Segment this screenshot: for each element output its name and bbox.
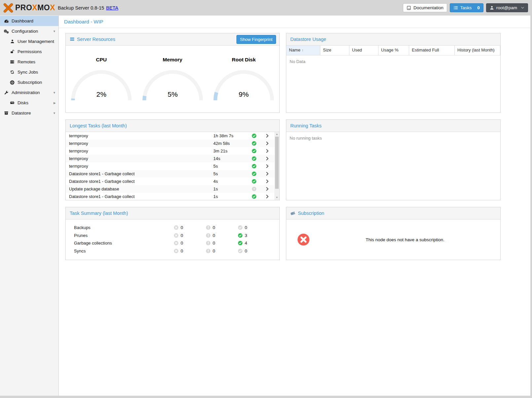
documentation-label: Documentation [413, 5, 443, 10]
task-status-ok-icon [248, 156, 260, 161]
content-header: Dashboard - WIP [59, 16, 532, 28]
task-row[interactable]: Datastore store1 - Garbage collect5s [66, 170, 274, 178]
gauge-memory: Memory5% [137, 57, 208, 103]
task-open-chevron-icon[interactable] [260, 194, 274, 199]
task-row[interactable]: termproxy1h 38m 7s [66, 132, 274, 140]
summary-count: 0 [245, 249, 247, 253]
sidebar-item-administration[interactable]: Administration▼ [0, 87, 58, 98]
summary-count: 4 [245, 241, 247, 246]
sidebar-item-user-management[interactable]: User Management [0, 36, 58, 47]
summary-count: 0 [181, 225, 183, 230]
task-status-ok-icon [248, 164, 260, 169]
panel-datastore-usage: Datastore Usage Name↑SizeUsedUsage %Esti… [286, 33, 501, 113]
task-open-chevron-icon[interactable] [260, 186, 274, 191]
book-icon [407, 6, 411, 10]
task-row[interactable]: Datastore store1 - Garbage collect1s [66, 193, 274, 200]
task-open-chevron-icon[interactable] [260, 179, 274, 184]
window-edge-bottom [0, 396, 532, 398]
error-circle-icon [174, 225, 179, 230]
scrollbar[interactable]: ▲ ▼ [274, 132, 279, 200]
summary-label: Syncs [66, 249, 174, 253]
tasks-button[interactable]: Tasks 0 [450, 3, 483, 12]
proxmox-logo: PROXMOX [3, 3, 55, 13]
panel-server-resources: Server Resources Show Fingerprint CPU2%M… [65, 33, 280, 113]
sidebar-item-label: Remotes [18, 59, 35, 64]
sidebar-item-label: Sync Jobs [18, 70, 38, 75]
sidebar-item-remotes[interactable]: Remotes [0, 57, 58, 67]
ticket-icon [290, 211, 296, 216]
tachometer-icon [3, 19, 9, 23]
page-title: Dashboard - WIP [64, 19, 103, 25]
documentation-button[interactable]: Documentation [403, 3, 447, 12]
error-circle-icon [174, 241, 179, 246]
sidebar-item-subscription[interactable]: Subscription [0, 77, 58, 87]
summary-label: Garbage collections [66, 241, 174, 246]
task-open-chevron-icon[interactable] [260, 141, 274, 146]
gears-icon [3, 29, 9, 34]
scrollbar-thumb[interactable] [275, 137, 279, 189]
caret-down-icon[interactable]: ▼ [53, 30, 56, 33]
task-open-chevron-icon[interactable] [260, 149, 274, 153]
caret-down-icon[interactable]: ▼ [53, 91, 56, 94]
summary-cell-error: 0 [174, 241, 206, 246]
task-row[interactable]: termproxy14s [66, 155, 274, 162]
gauge-root-disk: Root Disk9% [208, 57, 279, 103]
show-fingerprint-button[interactable]: Show Fingerprint [236, 35, 276, 44]
column-header-estimated-full[interactable]: Estimated Full [409, 46, 455, 55]
task-row[interactable]: termproxy42m 58s [66, 140, 274, 147]
task-row[interactable]: termproxy3m 21s [66, 147, 274, 155]
summary-cell-ok: 0 [238, 249, 270, 253]
sidebar-item-dashboard[interactable]: Dashboard [0, 16, 58, 26]
running-tasks-empty: No running tasks [286, 132, 500, 144]
summary-row-garbage-collections: Garbage collections004 [66, 239, 279, 247]
ok-circle-icon [238, 241, 243, 246]
task-status-ok-icon [248, 194, 260, 199]
task-open-chevron-icon[interactable] [260, 133, 274, 138]
task-row[interactable]: termproxy5s [66, 162, 274, 170]
task-status-ok-icon [248, 149, 260, 153]
task-open-chevron-icon[interactable] [260, 156, 274, 161]
datastore-usage-header-row: Name↑SizeUsedUsage %Estimated FullHistor… [286, 46, 500, 55]
panel-task-summary: Task Summary (last Month) Backups000Prun… [65, 207, 280, 260]
sidebar-item-datastore[interactable]: Datastore▼ [0, 108, 58, 118]
task-duration: 14s [213, 156, 248, 161]
task-list-icon [453, 6, 458, 10]
task-duration: 42m 58s [213, 141, 248, 146]
task-duration: 3m 21s [213, 149, 248, 153]
caret-right-icon[interactable]: ▶ [53, 101, 56, 105]
column-header-used[interactable]: Used [349, 46, 378, 55]
gauge-cpu: CPU2% [66, 57, 137, 103]
window-edge-right [530, 0, 532, 398]
sidebar-item-disks[interactable]: Disks▶ [0, 98, 58, 108]
error-circle-icon [174, 233, 179, 238]
caret-down-icon[interactable]: ▼ [53, 112, 56, 115]
column-header-history-last-month-[interactable]: History (last Month) [455, 46, 500, 55]
sidebar-item-label: User Management [18, 39, 54, 44]
sort-asc-icon: ↑ [302, 48, 304, 52]
scroll-down-arrow[interactable]: ▼ [274, 196, 279, 200]
task-row[interactable]: Update package database1s? [66, 185, 274, 193]
task-open-chevron-icon[interactable] [260, 171, 274, 176]
summary-count: 3 [245, 233, 247, 238]
beta-link[interactable]: BETA [106, 5, 118, 11]
column-header-usage-[interactable]: Usage % [378, 46, 409, 55]
task-open-chevron-icon[interactable] [260, 164, 274, 169]
task-row[interactable]: Datastore store1 - Garbage collect4s [66, 178, 274, 185]
summary-label: Backups [66, 225, 174, 230]
sidebar-item-configuration[interactable]: Configuration▼ [0, 26, 58, 36]
summary-count: 0 [213, 233, 215, 238]
summary-cell-error: 0 [174, 249, 206, 253]
scroll-up-arrow[interactable]: ▲ [274, 132, 279, 136]
sidebar-item-sync-jobs[interactable]: Sync Jobs [0, 67, 58, 77]
column-header-size[interactable]: Size [320, 46, 349, 55]
user-menu-button[interactable]: root@pam [486, 3, 528, 12]
task-name: termproxy [66, 141, 213, 146]
longest-tasks-title: Longest Tasks (last Month) [70, 123, 127, 128]
column-header-name[interactable]: Name↑ [286, 46, 320, 55]
summary-label: Prunes [66, 233, 174, 238]
task-name: Datastore store1 - Garbage collect [66, 179, 213, 184]
task-status-ok-icon [248, 133, 260, 138]
product-version: Backup Server 0.8-15 [58, 5, 104, 11]
summary-count: 0 [245, 225, 247, 230]
sidebar-item-permissions[interactable]: Permissions [0, 47, 58, 57]
